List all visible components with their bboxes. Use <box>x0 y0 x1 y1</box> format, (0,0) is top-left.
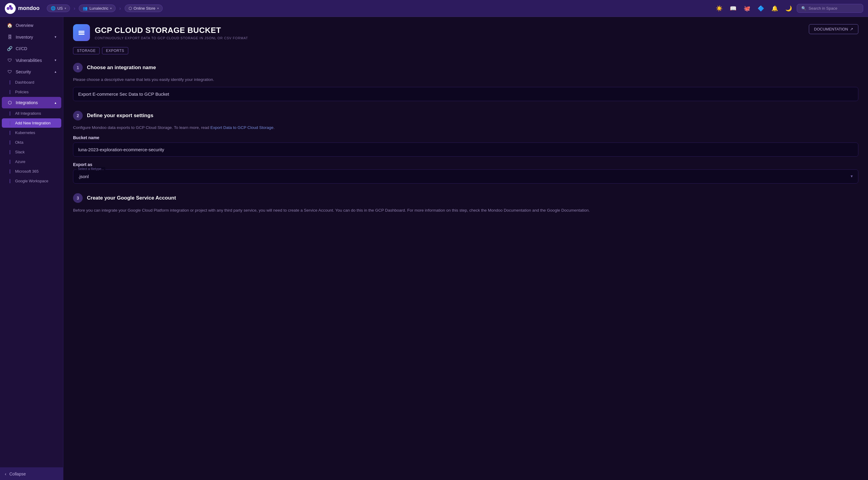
step-2-desc-suffix: . <box>273 125 275 130</box>
logo-text: mondoo <box>18 5 39 11</box>
sidebar-label-security: Security <box>16 69 31 74</box>
sidebar-item-vulnerabilities[interactable]: 🛡 Vulnerabilities ▾ <box>2 55 61 66</box>
export-as-label: Export as <box>73 162 858 167</box>
sidebar-label-integrations: Integrations <box>16 100 38 105</box>
bucket-name-input[interactable] <box>73 143 858 157</box>
sidebar-item-microsoft365[interactable]: Microsoft 365 <box>2 167 61 176</box>
documentation-button[interactable]: DOCUMENTATION ↗ <box>809 24 858 34</box>
tag-exports: EXPORTS <box>102 47 128 54</box>
svg-point-3 <box>9 5 11 7</box>
integration-name-input[interactable] <box>73 87 858 101</box>
sidebar-item-overview[interactable]: 🏠 Overview <box>2 20 61 31</box>
region-selector[interactable]: 🌐 US ▾ <box>47 4 70 12</box>
sidebar-label-cicd: CI/CD <box>16 46 27 51</box>
nav-separator-2: › <box>119 6 121 11</box>
sidebar-item-google-workspace[interactable]: Google Workspace <box>2 176 61 186</box>
docs-icon-button[interactable]: 📖 <box>728 4 738 13</box>
sidebar-label-inventory: Inventory <box>16 35 33 39</box>
logo[interactable]: mondoo <box>5 3 39 14</box>
sidebar-collapse-button[interactable]: ‹ Collapse <box>0 467 63 480</box>
tag-storage: STORAGE <box>73 47 100 54</box>
step-1-section: 1 Choose an integration name Please choo… <box>73 63 858 101</box>
filetype-select[interactable]: .jsonl .csv <box>73 169 858 184</box>
step-2-header: 2 Define your export settings <box>73 111 858 120</box>
sidebar: 🏠 Overview 🗄 Inventory ▾ 🔗 CI/CD 🛡 Vulne… <box>0 17 63 480</box>
sidebar-item-slack[interactable]: Slack <box>2 147 61 157</box>
sidebar-item-all-integrations[interactable]: All Integrations <box>2 109 61 118</box>
step-3-title: Create your Google Service Account <box>87 195 176 201</box>
sidebar-item-inventory[interactable]: 🗄 Inventory ▾ <box>2 31 61 42</box>
sidebar-item-integrations[interactable]: ⬡ Integrations ▴ <box>2 97 61 109</box>
search-icon: 🔍 <box>801 6 806 10</box>
page-subtitle: CONTINUOUSLY EXPORT DATA TO GCP CLOUD ST… <box>95 36 248 40</box>
filetype-select-wrapper: Select a filetype... .jsonl .csv ▼ <box>73 169 858 184</box>
notifications-button[interactable]: 🔔 <box>770 4 779 13</box>
step-2-desc-link[interactable]: Export Data to GCP Cloud Storage <box>210 125 273 130</box>
sidebar-label-vulnerabilities: Vulnerabilities <box>16 58 42 63</box>
collapse-label: Collapse <box>9 472 26 476</box>
inventory-chevron-icon: ▾ <box>55 35 56 39</box>
region-chevron-icon: ▾ <box>65 7 66 10</box>
main-layout: 🏠 Overview 🗄 Inventory ▾ 🔗 CI/CD 🛡 Vulne… <box>0 17 868 480</box>
github-icon-button[interactable]: 🐙 <box>742 4 751 13</box>
user-avatar-button[interactable]: 🌙 <box>784 4 793 13</box>
integrations-chevron-icon: ▴ <box>55 101 56 105</box>
export-as-field: Export as Select a filetype... .jsonl .c… <box>73 162 858 184</box>
page-title: GCP CLOUD STORAGE BUCKET <box>95 26 248 35</box>
cicd-icon: 🔗 <box>7 46 13 51</box>
space-selector[interactable]: ⬡ Online Store ▾ <box>125 4 163 12</box>
external-link-icon: ↗ <box>850 27 853 31</box>
nav-separator-1: › <box>74 6 75 11</box>
svg-point-1 <box>7 7 10 10</box>
page-header: GCP CLOUD STORAGE BUCKET CONTINUOUSLY EX… <box>73 24 858 41</box>
step-3-badge: 3 <box>73 193 83 203</box>
vuln-chevron-icon: ▾ <box>55 58 56 62</box>
sidebar-item-azure[interactable]: Azure <box>2 157 61 166</box>
org-icon: 👥 <box>83 6 88 10</box>
sidebar-item-dashboard[interactable]: Dashboard <box>2 78 61 87</box>
bucket-name-label: Bucket name <box>73 135 858 140</box>
security-icon: 🛡 <box>7 69 13 74</box>
sidebar-label-okta: Okta <box>15 140 23 145</box>
sidebar-item-kubernetes[interactable]: Kubernetes <box>2 128 61 137</box>
org-label: Lunalectric <box>89 6 108 10</box>
svg-rect-5 <box>79 32 85 33</box>
sidebar-label-microsoft365: Microsoft 365 <box>15 169 39 174</box>
org-selector[interactable]: 👥 Lunalectric ▾ <box>79 4 116 12</box>
theme-toggle-button[interactable]: ☀️ <box>715 4 724 13</box>
page-icon <box>73 24 90 41</box>
sidebar-nav: 🏠 Overview 🗄 Inventory ▾ 🔗 CI/CD 🛡 Vulne… <box>0 17 63 467</box>
inventory-icon: 🗄 <box>7 34 13 39</box>
svg-rect-4 <box>79 31 85 32</box>
sidebar-label-all-integrations: All Integrations <box>15 111 41 116</box>
step-3-description: Before you can integrate your Google Clo… <box>73 207 858 214</box>
sidebar-item-okta[interactable]: Okta <box>2 138 61 147</box>
sidebar-item-cicd[interactable]: 🔗 CI/CD <box>2 43 61 54</box>
main-content: GCP CLOUD STORAGE BUCKET CONTINUOUSLY EX… <box>63 17 868 480</box>
slack-icon-button[interactable]: 🔷 <box>756 4 765 13</box>
space-chevron-icon: ▾ <box>157 7 159 10</box>
vulnerabilities-icon: 🛡 <box>7 58 13 63</box>
svg-rect-6 <box>79 34 85 35</box>
sidebar-label-google-workspace: Google Workspace <box>15 179 48 183</box>
sidebar-item-add-new-integration[interactable]: Add New Integration <box>2 118 61 128</box>
step-1-header: 1 Choose an integration name <box>73 63 858 72</box>
sidebar-label-add-new-integration: Add New Integration <box>15 121 51 125</box>
step-2-badge: 2 <box>73 111 83 120</box>
sidebar-label-overview: Overview <box>16 23 33 28</box>
tag-group: STORAGE EXPORTS <box>73 47 858 54</box>
search-bar[interactable]: 🔍 Search in Space <box>797 4 863 13</box>
sidebar-item-security[interactable]: 🛡 Security ▴ <box>2 66 61 77</box>
page-header-left: GCP CLOUD STORAGE BUCKET CONTINUOUSLY EX… <box>73 24 248 41</box>
sidebar-item-policies[interactable]: Policies <box>2 87 61 97</box>
step-2-description: Configure Mondoo data exports to GCP Clo… <box>73 125 858 131</box>
sidebar-label-azure: Azure <box>15 159 25 164</box>
org-chevron-icon: ▾ <box>110 7 112 10</box>
step-2-section: 2 Define your export settings Configure … <box>73 111 858 183</box>
region-flag: 🌐 <box>51 6 56 10</box>
step-1-title: Choose an integration name <box>87 65 156 71</box>
step-1-description: Please choose a descriptive name that le… <box>73 77 858 83</box>
top-navigation: mondoo 🌐 US ▾ › 👥 Lunalectric ▾ › ⬡ Onli… <box>0 0 868 17</box>
select-filetype-label: Select a filetype... <box>77 167 105 171</box>
collapse-icon: ‹ <box>5 471 6 476</box>
